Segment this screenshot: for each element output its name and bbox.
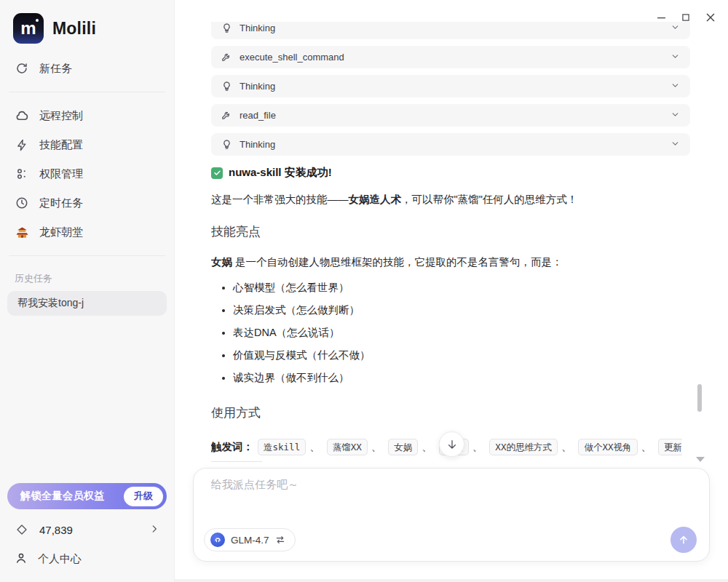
list-item: 诚实边界（做不到什么） [233, 372, 690, 384]
collapsed-thinking-block[interactable]: Thinking [211, 75, 690, 97]
separator: 、 [422, 441, 432, 453]
window-controls [652, 9, 719, 26]
chat-scroll-region[interactable]: Thinking execute_shell_command Thinkin [211, 22, 690, 462]
sidebar-item-label: 龙虾朝堂 [39, 226, 83, 239]
credits-value: 47,839 [39, 524, 73, 536]
history-task-item[interactable]: 帮我安装tong-j [7, 291, 167, 316]
permissions-grid-icon [15, 167, 29, 181]
bolt-icon [15, 137, 29, 152]
arrow-up-icon [678, 534, 689, 546]
sidebar-item-permissions[interactable]: 权限管理 [7, 159, 167, 188]
sidebar-item-lobster-court[interactable]: 龙虾朝堂 [7, 218, 167, 247]
main-area: Thinking execute_shell_command Thinkin [175, 0, 728, 582]
collapsed-tool-block[interactable]: execute_shell_command [211, 46, 690, 68]
sidebar-item-scheduled-tasks[interactable]: 定时任务 [7, 188, 167, 218]
lightbulb-icon [221, 139, 232, 150]
block-label: Thinking [240, 81, 275, 92]
trigger-pill: 造skill [258, 439, 306, 455]
section-heading-usage: 使用方式 [211, 404, 690, 421]
message-body: 女娲 是一个自动创建人物思维框架的技能，它提取的不是名言警句，而是： [211, 255, 690, 270]
body-bold: 女娲 [211, 256, 232, 268]
upgrade-text: 解锁全量会员权益 [20, 490, 105, 503]
block-label: read_file [240, 110, 276, 121]
sidebar: m Molili 新任务 远程控制 技能配置 权限管理 [0, 0, 175, 582]
block-label: execute_shell_command [240, 52, 344, 63]
history-task-label: 帮我安装tong-j [17, 297, 84, 310]
swap-icon [275, 535, 285, 545]
collapsed-thinking-block[interactable]: Thinking [211, 133, 690, 156]
message-intro: 这是一个非常强大的技能——女娲造人术，可以帮你"蒸馏"任何人的思维方式！ [211, 192, 690, 207]
sidebar-item-label: 个人中心 [38, 552, 82, 566]
upgrade-button[interactable]: 升级 [124, 487, 163, 506]
wrench-icon [221, 52, 232, 63]
upgrade-banner[interactable]: 解锁全量会员权益 升级 [7, 483, 167, 509]
divider [9, 92, 165, 92]
model-name: GLM-4.7 [231, 535, 269, 546]
separator: 、 [561, 441, 572, 453]
model-selector[interactable]: GLM-4.7 [204, 528, 296, 551]
trigger-pill: 做个XX视角 [578, 439, 637, 455]
clock-icon [15, 196, 29, 210]
sidebar-item-label: 远程控制 [39, 109, 83, 123]
highlights-list: 心智模型（怎么看世界） 决策启发式（怎么做判断） 表达DNA（怎么说话） 价值观… [211, 282, 690, 384]
list-item: 表达DNA（怎么说话） [233, 327, 690, 339]
sidebar-item-label: 定时任务 [39, 196, 83, 210]
trigger-label: 触发词： [211, 441, 253, 453]
history-section-label: 历史任务 [7, 268, 167, 285]
divider [9, 255, 165, 256]
section-heading-highlights: 技能亮点 [211, 223, 690, 240]
message-title: nuwa-skill 安装成功! [211, 166, 690, 180]
arrow-down-icon [446, 439, 458, 450]
sidebar-item-remote-control[interactable]: 远程控制 [7, 101, 167, 130]
trigger-pill: 蒸馏XX [327, 439, 368, 455]
trigger-pill: 女娲 [388, 439, 418, 455]
minimize-button[interactable] [652, 9, 670, 26]
close-button[interactable] [702, 9, 719, 26]
list-item: 价值观与反模式（什么不做） [233, 349, 690, 362]
person-icon [15, 551, 28, 567]
sidebar-item-profile[interactable]: 个人中心 [7, 544, 167, 573]
sidebar-item-label: 技能配置 [39, 138, 83, 152]
app-window: m Molili 新任务 远程控制 技能配置 权限管理 [0, 0, 728, 582]
maximize-button[interactable] [677, 9, 695, 26]
window-bottom-edge [175, 579, 728, 582]
chevron-right-icon [149, 524, 159, 536]
credits-row[interactable]: 47,839 [7, 515, 167, 544]
lightbulb-icon [221, 81, 232, 92]
message-title-text: nuwa-skill 安装成功! [229, 166, 332, 180]
composer-card: GLM-4.7 [193, 468, 710, 562]
cloud-icon [15, 108, 29, 123]
block-label: Thinking [240, 139, 275, 150]
chevron-down-icon [670, 138, 680, 151]
separator: 、 [472, 441, 483, 453]
app-logo-row: m Molili [7, 12, 167, 45]
collapsed-thinking-block[interactable]: Thinking [211, 22, 690, 39]
list-item: 心智模型（怎么看世界） [233, 282, 690, 294]
send-button[interactable] [670, 527, 697, 553]
check-icon [211, 167, 223, 179]
task-input[interactable] [211, 478, 692, 523]
app-logo-icon: m [13, 13, 44, 44]
separator: 、 [641, 441, 652, 453]
intro-bold: 女娲造人术 [349, 194, 402, 205]
chevron-down-icon [670, 109, 680, 122]
sidebar-item-label: 权限管理 [39, 167, 83, 181]
refresh-icon [15, 61, 29, 76]
separator: 、 [309, 441, 320, 453]
chevron-down-icon [670, 80, 680, 93]
trigger-pill: XX的思维方式 [489, 439, 558, 455]
scroll-to-bottom-button[interactable] [439, 431, 464, 457]
separator: 、 [371, 441, 382, 453]
chevron-down-icon [670, 51, 680, 64]
scrollbar-thumb[interactable] [697, 384, 702, 412]
lightbulb-icon [221, 23, 232, 33]
sidebar-item-new-task[interactable]: 新任务 [7, 54, 167, 83]
collapsed-tool-block[interactable]: read_file [211, 104, 690, 127]
scrollbar-down-arrow-icon[interactable] [696, 457, 705, 462]
palace-icon [15, 225, 29, 239]
block-label: Thinking [240, 23, 275, 33]
sidebar-item-label: 新任务 [39, 62, 72, 76]
wrench-icon [221, 110, 232, 121]
sidebar-item-skill-config[interactable]: 技能配置 [7, 130, 167, 159]
app-title: Molili [52, 19, 96, 39]
